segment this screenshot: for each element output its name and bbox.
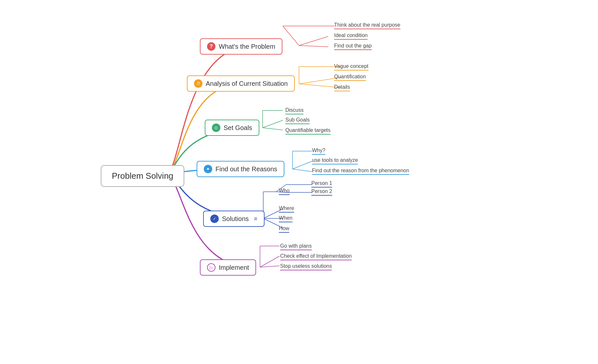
analysis-label: Analysis of Current Situation [206, 80, 288, 87]
analysis-icon: ⏱ [194, 79, 202, 88]
set-goals-node: ⊙ Set Goals [205, 120, 259, 136]
svg-line-15 [292, 169, 312, 172]
leaf-who: Who [279, 188, 290, 195]
set-goals-box: ⊙ Set Goals [205, 120, 259, 136]
leaf-where: Where [279, 205, 294, 213]
leaf-discuss: Discuss [285, 107, 304, 114]
leaf-person2: Person 2 [311, 188, 332, 196]
leaf-phenomenon: Find out the reason from the phenomenon [312, 168, 409, 175]
implement-icon: ▷ [207, 263, 215, 272]
svg-line-27 [260, 256, 280, 267]
implement-node: ▷ Implement [200, 259, 256, 276]
set-goals-label: Set Goals [224, 124, 252, 132]
whats-problem-label: What's the Problem [219, 43, 275, 50]
solutions-label: Solutions [222, 215, 249, 223]
whats-problem-box: ? What's the Problem [200, 38, 282, 55]
leaf-go-plans: Go with plans [280, 243, 312, 250]
set-goals-icon: ⊙ [212, 124, 220, 132]
root-box: Problem Solving [101, 165, 184, 187]
svg-line-11 [263, 128, 283, 130]
root-node: Problem Solving [101, 165, 184, 187]
solutions-node: ✓ Solutions ≡ [203, 211, 265, 227]
analysis-box: ⏱ Analysis of Current Situation [187, 75, 295, 92]
leaf-tools: use tools to analyze [312, 157, 358, 164]
svg-line-0 [283, 26, 299, 46]
leaf-quantification: Quantification [334, 74, 366, 81]
whats-problem-node: ? What's the Problem [200, 38, 282, 55]
root-label: Problem Solving [112, 171, 173, 181]
leaf-person1: Person 1 [311, 180, 332, 188]
svg-line-3 [299, 46, 328, 47]
find-reasons-icon: ✦ [204, 165, 212, 173]
svg-line-14 [292, 161, 312, 169]
leaf-how: How [279, 226, 289, 233]
solutions-icon: ✓ [210, 214, 219, 223]
leaf-why: Why? [312, 148, 325, 155]
find-reasons-label: Find out the Reasons [215, 165, 277, 173]
whats-problem-icon: ? [207, 42, 215, 51]
connections-svg [0, 0, 598, 364]
leaf-when: When [279, 215, 292, 222]
implement-label: Implement [219, 264, 249, 271]
leaf-details: Details [334, 84, 350, 91]
implement-box: ▷ Implement [200, 259, 256, 276]
leaf-vague: Vague concept [334, 63, 369, 71]
leaf-think-purpose: Think about the real purpose [334, 22, 400, 29]
analysis-node: ⏱ Analysis of Current Situation [187, 75, 295, 92]
leaf-ideal-condition: Ideal condition [334, 32, 368, 40]
leaf-find-gap: Find out the gap [334, 43, 372, 50]
leaf-sub-goals: Sub Goals [285, 117, 310, 124]
mind-map-canvas: Problem Solving ? What's the Problem Thi… [0, 0, 598, 364]
leaf-stop-useless: Stop useless solutions [280, 263, 332, 270]
svg-line-10 [263, 120, 283, 128]
leaf-check-effect: Check effect of Implementation [280, 253, 352, 260]
solutions-box: ✓ Solutions ≡ [203, 211, 265, 227]
svg-line-28 [260, 266, 280, 267]
svg-line-2 [299, 36, 328, 46]
find-reasons-box: ✦ Find out the Reasons [197, 161, 284, 177]
leaf-quantifiable: Quantifiable targets [285, 127, 331, 135]
find-reasons-node: ✦ Find out the Reasons [197, 161, 284, 177]
